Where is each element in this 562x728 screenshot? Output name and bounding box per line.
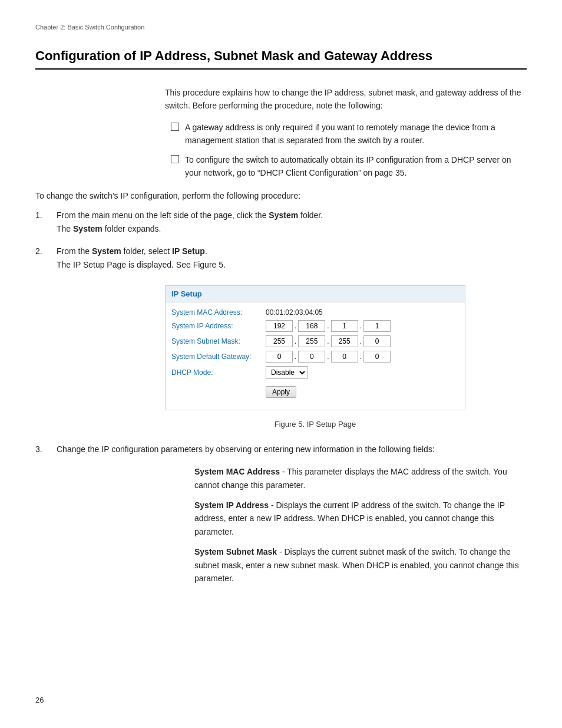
ip-dot: . [294,353,297,361]
breadcrumb: Chapter 2: Basic Switch Configuration [35,24,527,31]
gateway-octet4[interactable] [363,351,391,363]
step-1-text: From the main menu on the left side of t… [57,210,323,220]
mac-address-row: System MAC Address: 00:01:02:03:04:05 [171,308,459,317]
system-ip-row: System IP Address: . . . [171,320,459,332]
mac-address-value: 00:01:02:03:04:05 [266,308,323,317]
step-1-content: From the main menu on the left side of t… [57,209,527,235]
field-mac-name: System MAC Address [194,467,280,476]
dhcp-mode-select[interactable]: Disable Enable [266,366,308,379]
bullet-text-1: A gateway address is only required if yo… [185,121,527,147]
ip-setup-header: IP Setup [166,286,465,302]
subnet-mask-label: System Subnet Mask: [171,337,266,345]
step-1-number: 1. [35,209,57,235]
field-mac: System MAC Address - This parameter disp… [194,465,527,492]
dhcp-mode-row: DHCP Mode: Disable Enable [171,366,459,379]
system-ip-octet1[interactable] [266,320,293,332]
apply-row: Apply [266,383,459,398]
ip-dot: . [294,322,297,330]
bullet-icon [171,123,179,131]
ip-dot: . [359,337,362,345]
step-2-text: From the System folder, select IP Setup. [57,246,207,256]
list-item: To configure the switch to automatically… [171,153,527,180]
step-2-content: From the System folder, select IP Setup.… [57,245,527,271]
ip-dot: . [294,337,297,345]
gateway-label: System Default Gateway: [171,353,266,361]
field-ip-name: System IP Address [194,500,269,510]
step-2: 2. From the System folder, select IP Set… [35,245,527,271]
ip-setup-container: IP Setup System MAC Address: 00:01:02:03… [165,285,527,410]
system-ip-octet4[interactable] [363,320,391,332]
field-ip: System IP Address - Displays the current… [194,499,527,538]
list-item: A gateway address is only required if yo… [171,121,527,147]
ip-dot: . [326,337,329,345]
gateway-octet1[interactable] [266,351,293,363]
ip-dot: . [326,353,329,361]
ip-dot: . [359,322,362,330]
step3-details: System MAC Address - This parameter disp… [194,465,527,585]
system-ip-octet3[interactable] [331,320,358,332]
field-subnet-name: System Subnet Mask [194,547,277,556]
step-1: 1. From the main menu on the left side o… [35,209,527,235]
steps-section: To change the switch’s IP configuration,… [35,191,527,271]
ip-dot: . [326,322,329,330]
apply-button[interactable]: Apply [266,386,296,398]
subnet-mask-row: System Subnet Mask: . . . [171,335,459,347]
step-3-intro: Change the IP configuration parameters b… [57,444,435,454]
intro-paragraph: This procedure explains how to change th… [165,86,527,113]
gateway-row: System Default Gateway: . . . [171,351,459,363]
lead-in: To change the switch’s IP configuration,… [35,191,527,200]
gateway-octet3[interactable] [331,351,358,363]
subnet-mask-octet1[interactable] [266,335,293,347]
figure-caption: Figure 5. IP Setup Page [165,420,465,429]
intro-section: This procedure explains how to change th… [165,86,527,179]
field-subnet: System Subnet Mask - Displays the curren… [194,545,527,585]
step-1-subtext: The System folder expands. [57,224,161,233]
subnet-mask-inputs: . . . [266,335,391,347]
step-2-subtext: The IP Setup Page is displayed. See Figu… [57,260,226,269]
bullet-icon [171,155,179,163]
system-ip-octet2[interactable] [298,320,325,332]
dhcp-mode-label: DHCP Mode: [171,368,266,377]
mac-address-label: System MAC Address: [171,308,266,317]
gateway-octet2[interactable] [298,351,325,363]
step-3-number: 3. [35,443,57,456]
bullet-text-2: To configure the switch to automatically… [185,153,527,180]
ip-dot: . [359,353,362,361]
subnet-mask-octet2[interactable] [298,335,325,347]
page-title: Configuration of IP Address, Subnet Mask… [35,48,527,70]
ip-setup-box: IP Setup System MAC Address: 00:01:02:03… [165,285,465,410]
ip-setup-body: System MAC Address: 00:01:02:03:04:05 Sy… [166,302,465,410]
step-3: 3. Change the IP configuration parameter… [35,443,527,456]
step-3-content: Change the IP configuration parameters b… [57,443,527,456]
subnet-mask-octet4[interactable] [363,335,391,347]
bullet-list: A gateway address is only required if yo… [165,121,527,180]
gateway-inputs: . . . [266,351,391,363]
subnet-mask-octet3[interactable] [331,335,358,347]
system-ip-inputs: . . . [266,320,391,332]
step-2-number: 2. [35,245,57,271]
system-ip-label: System IP Address: [171,322,266,330]
